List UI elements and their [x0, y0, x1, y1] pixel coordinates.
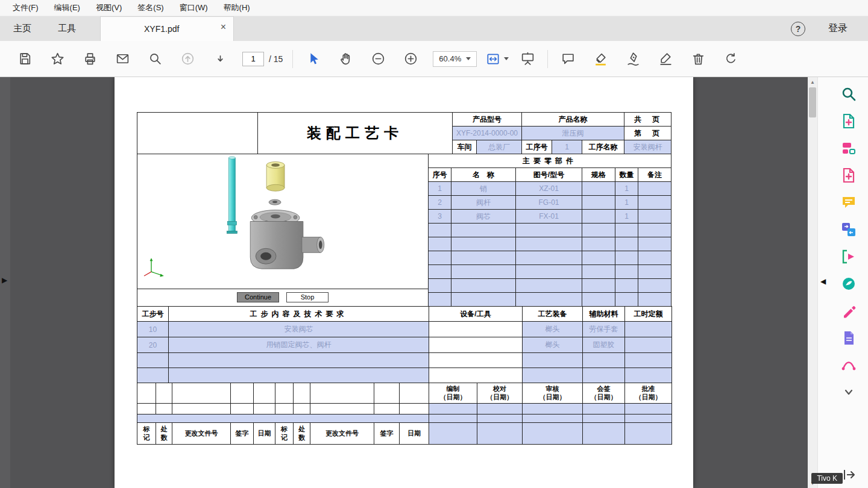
revision-cell[interactable]: [400, 383, 429, 404]
parts-cell[interactable]: [451, 279, 516, 293]
steps-cell[interactable]: [523, 368, 583, 383]
steps-cell[interactable]: [137, 353, 169, 368]
favorites-button[interactable]: [41, 46, 74, 72]
rail-document-button[interactable]: [839, 328, 858, 348]
parts-cell[interactable]: 1: [615, 196, 638, 210]
parts-cell[interactable]: [582, 293, 615, 307]
parts-cell[interactable]: [516, 251, 582, 265]
comment-button[interactable]: [552, 46, 584, 72]
parts-cell[interactable]: [638, 182, 671, 196]
rail-pdf-tools-button[interactable]: [839, 274, 858, 293]
parts-cell[interactable]: [638, 237, 671, 251]
revision-cell[interactable]: [231, 404, 254, 414]
parts-cell[interactable]: [429, 279, 451, 293]
revision-cell[interactable]: [172, 383, 231, 404]
signoff-field[interactable]: [625, 404, 672, 414]
parts-cell[interactable]: [582, 224, 615, 237]
expand-left-panel-icon[interactable]: ▶: [2, 276, 7, 284]
vertical-scrollbar[interactable]: ▲ ▼: [808, 77, 817, 488]
parts-cell[interactable]: [516, 224, 582, 237]
delete-button[interactable]: [682, 46, 714, 72]
revision-cell[interactable]: [310, 404, 374, 414]
save-button[interactable]: [8, 46, 41, 72]
steps-cell[interactable]: [583, 368, 625, 383]
signoff-field[interactable]: [429, 414, 477, 423]
rotate-button[interactable]: [714, 46, 747, 72]
menu-sign[interactable]: 签名(S): [130, 2, 171, 13]
steps-cell[interactable]: 安装阀芯: [169, 322, 429, 337]
parts-cell[interactable]: [638, 265, 671, 279]
print-button[interactable]: [74, 46, 106, 72]
parts-cell[interactable]: [451, 224, 516, 237]
parts-cell[interactable]: [516, 237, 582, 251]
signoff-field[interactable]: [583, 423, 625, 445]
fill-sign-button[interactable]: [649, 46, 682, 72]
hand-tool-button[interactable]: [329, 46, 362, 72]
steps-cell[interactable]: 榔头: [523, 322, 583, 337]
parts-cell[interactable]: XZ-01: [516, 182, 582, 196]
parts-cell[interactable]: [451, 293, 516, 307]
parts-cell[interactable]: [516, 279, 582, 293]
email-button[interactable]: [106, 46, 139, 72]
revision-cell[interactable]: [254, 383, 275, 404]
continue-button[interactable]: Continue: [237, 292, 279, 302]
parts-cell[interactable]: [638, 224, 671, 237]
parts-cell[interactable]: [429, 293, 451, 307]
steps-cell[interactable]: [583, 353, 625, 368]
highlight-button[interactable]: [584, 46, 617, 72]
parts-cell[interactable]: [582, 265, 615, 279]
parts-cell[interactable]: [429, 224, 451, 237]
parts-cell[interactable]: [451, 265, 516, 279]
parts-cell[interactable]: [638, 251, 671, 265]
menu-file[interactable]: 文件(F): [5, 2, 46, 13]
parts-cell[interactable]: 1: [615, 182, 638, 196]
revision-cell[interactable]: [374, 383, 400, 404]
revision-strip[interactable]: [137, 414, 429, 423]
signoff-field[interactable]: [583, 414, 625, 423]
op-no-field[interactable]: 1: [552, 140, 582, 154]
parts-cell[interactable]: 销: [451, 182, 516, 196]
parts-cell[interactable]: [582, 196, 615, 210]
rail-organize-pages-button[interactable]: [839, 139, 858, 158]
revision-cell[interactable]: [156, 404, 172, 414]
collapse-right-panel-icon[interactable]: ◀: [820, 277, 826, 286]
parts-cell[interactable]: [615, 265, 638, 279]
steps-cell[interactable]: [523, 353, 583, 368]
parts-cell[interactable]: [638, 210, 671, 224]
signoff-field[interactable]: [523, 423, 583, 445]
parts-cell[interactable]: [429, 237, 451, 251]
rail-export-button[interactable]: [839, 247, 858, 266]
revision-cell[interactable]: [254, 404, 275, 414]
signoff-field[interactable]: [625, 414, 672, 423]
product-name-field[interactable]: 泄压阀: [522, 127, 624, 140]
revision-cell[interactable]: [137, 404, 156, 414]
parts-cell[interactable]: [615, 224, 638, 237]
steps-cell[interactable]: [137, 368, 169, 383]
parts-cell[interactable]: 阀杆: [451, 196, 516, 210]
parts-cell[interactable]: 2: [429, 196, 451, 210]
workshop-field[interactable]: 总装厂: [477, 140, 522, 154]
menu-view[interactable]: 视图(V): [88, 2, 130, 13]
steps-cell[interactable]: 10: [137, 322, 169, 337]
help-icon[interactable]: ?: [791, 22, 805, 36]
parts-cell[interactable]: [638, 293, 671, 307]
signoff-field[interactable]: [477, 423, 523, 445]
revision-cell[interactable]: [275, 404, 294, 414]
parts-cell[interactable]: FX-01: [516, 210, 582, 224]
zoom-level-dropdown[interactable]: 60.4%: [433, 51, 477, 67]
steps-cell[interactable]: 20: [137, 337, 169, 353]
steps-cell[interactable]: [429, 368, 523, 383]
parts-cell[interactable]: [582, 251, 615, 265]
zoom-in-button[interactable]: [394, 46, 427, 72]
parts-cell[interactable]: [638, 279, 671, 293]
parts-cell[interactable]: 3: [429, 210, 451, 224]
zoom-out-button[interactable]: [362, 46, 394, 72]
parts-cell[interactable]: [615, 237, 638, 251]
menu-help[interactable]: 帮助(H): [216, 2, 258, 13]
parts-cell[interactable]: 1: [615, 210, 638, 224]
parts-cell[interactable]: [615, 251, 638, 265]
parts-cell[interactable]: [429, 265, 451, 279]
close-icon[interactable]: ×: [221, 22, 226, 32]
steps-cell[interactable]: [429, 337, 523, 353]
search-button[interactable]: [139, 46, 171, 72]
